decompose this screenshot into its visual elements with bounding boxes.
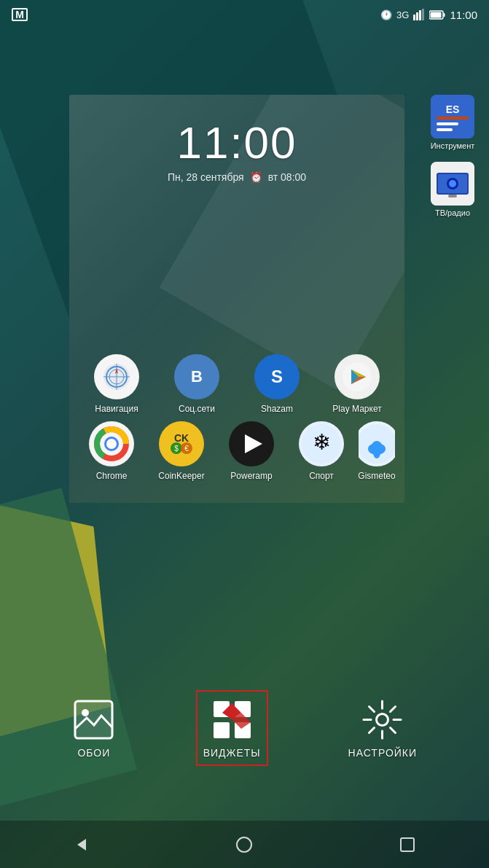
app-vk[interactable]: В Соц.сети: [164, 354, 230, 414]
svg-rect-5: [444, 13, 445, 17]
status-bar: 🕐 3G 11:00: [0, 0, 489, 29]
vk-icon: В: [174, 354, 219, 399]
svg-rect-46: [437, 128, 453, 131]
app-play-store[interactable]: Play Маркет: [324, 354, 390, 414]
svg-rect-44: [437, 117, 469, 120]
svg-point-62: [377, 713, 388, 725]
svg-rect-1: [416, 12, 418, 20]
right-panel: ES Инструмент ТВ/радио: [416, 95, 489, 229]
time-label: 11:00: [450, 9, 477, 21]
preview-apps: Навигация В Соц.сети: [69, 354, 404, 488]
gismeteo-icon: [359, 421, 395, 466]
svg-text:CK: CK: [174, 432, 189, 444]
svg-line-67: [369, 706, 375, 711]
tvradio-label: ТВ/радио: [435, 208, 470, 217]
play-store-icon: [335, 354, 380, 399]
svg-rect-2: [419, 10, 421, 20]
menu-widgets[interactable]: ВИДЖЕТЫ: [196, 690, 268, 766]
svg-point-51: [449, 180, 456, 187]
svg-text:ES: ES: [446, 103, 460, 115]
menu-wallpaper[interactable]: ОБОИ: [66, 692, 122, 765]
preview-clock-time: 11:00: [69, 117, 404, 168]
menu-settings[interactable]: НАСТРОЙКИ: [343, 692, 423, 765]
date-text: Пн, 28 сентября: [168, 171, 244, 183]
sport-icon: ❄: [299, 421, 344, 466]
chrome-icon: [89, 421, 134, 466]
play-store-label: Play Маркет: [332, 404, 381, 414]
preview-card-inner: 11:00 Пн, 28 сентября ⏰ вт 08:00: [69, 95, 404, 503]
status-left: [12, 8, 28, 21]
alarm-status-icon: 🕐: [380, 9, 392, 20]
app-row-2: Chrome CK $ € CoinKeeper: [77, 421, 397, 481]
back-icon: [73, 836, 90, 853]
poweramp-label: Poweramp: [230, 471, 272, 481]
app-gismeteo[interactable]: Gismeteo: [359, 421, 395, 481]
poweramp-icon: [229, 421, 274, 466]
signal-icon: [413, 9, 425, 20]
shazam-label: Shazam: [261, 404, 293, 414]
alarm-time: вт 08:00: [268, 171, 306, 183]
svg-rect-52: [448, 195, 457, 198]
svg-rect-73: [401, 838, 414, 851]
vk-label: Соц.сети: [179, 404, 215, 414]
nav-recent-button[interactable]: [393, 830, 422, 859]
battery-icon: [429, 10, 445, 20]
svg-text:€: €: [184, 445, 189, 453]
app-chrome[interactable]: Chrome: [79, 421, 144, 481]
wallpaper-icon: [74, 700, 114, 740]
navigation-label: Навигация: [95, 404, 138, 414]
widgets-icon-container: [210, 697, 254, 741]
es-icon: ES: [431, 95, 474, 138]
svg-text:$: $: [174, 445, 179, 453]
right-app-es[interactable]: ES Инструмент: [416, 95, 489, 150]
coinkeeper-icon: CK $ €: [159, 421, 204, 466]
navigation-icon: [94, 354, 139, 399]
wallpaper-icon-container: [72, 697, 116, 741]
svg-rect-3: [422, 9, 424, 20]
svg-text:В: В: [191, 367, 203, 386]
gmail-icon: [12, 8, 28, 21]
app-coinkeeper[interactable]: CK $ € CoinKeeper: [149, 421, 214, 481]
svg-point-72: [237, 837, 251, 852]
preview-clock-date: Пн, 28 сентября ⏰ вт 08:00: [69, 171, 404, 183]
svg-point-55: [82, 709, 89, 716]
settings-label: НАСТРОЙКИ: [348, 747, 418, 759]
svg-point-27: [106, 439, 117, 449]
alarm-icon: ⏰: [250, 171, 262, 183]
svg-rect-45: [437, 122, 458, 125]
preview-card: 11:00 Пн, 28 сентября ⏰ вт 08:00: [69, 95, 404, 503]
chrome-label: Chrome: [96, 471, 128, 481]
es-label: Инструмент: [431, 141, 475, 150]
app-shazam[interactable]: S Shazam: [244, 354, 310, 414]
nav-back-button[interactable]: [67, 830, 96, 859]
svg-line-68: [391, 727, 396, 732]
preview-clock: 11:00 Пн, 28 сентября ⏰ вт 08:00: [69, 117, 404, 183]
svg-line-70: [369, 727, 375, 732]
widgets-label: ВИДЖЕТЫ: [203, 747, 261, 759]
right-app-tvradio[interactable]: ТВ/радио: [416, 162, 489, 217]
app-sport[interactable]: ❄ Спорт: [289, 421, 354, 481]
app-row-1: Навигация В Соц.сети: [77, 354, 397, 414]
app-poweramp[interactable]: Poweramp: [219, 421, 284, 481]
sport-label: Спорт: [309, 471, 334, 481]
app-navigation[interactable]: Навигация: [84, 354, 149, 414]
shazam-icon: S: [254, 354, 300, 399]
recent-icon: [399, 836, 416, 853]
svg-text:S: S: [271, 367, 283, 386]
svg-rect-54: [75, 701, 112, 738]
status-right: 🕐 3G 11:00: [380, 9, 477, 21]
bottom-menu: ОБОИ ВИДЖЕТЫ: [0, 676, 489, 781]
home-icon: [235, 836, 253, 853]
svg-rect-57: [214, 722, 230, 738]
svg-line-69: [391, 706, 396, 711]
svg-point-41: [373, 447, 380, 458]
wallpaper-label: ОБОИ: [77, 747, 110, 759]
tvradio-icon: [431, 162, 474, 206]
nav-bar: [0, 821, 489, 868]
nav-home-button[interactable]: [230, 830, 259, 859]
svg-text:❄: ❄: [313, 430, 331, 454]
coinkeeper-label: CoinKeeper: [158, 471, 204, 481]
svg-rect-0: [413, 15, 415, 20]
svg-marker-71: [77, 839, 86, 851]
svg-rect-6: [431, 12, 442, 17]
